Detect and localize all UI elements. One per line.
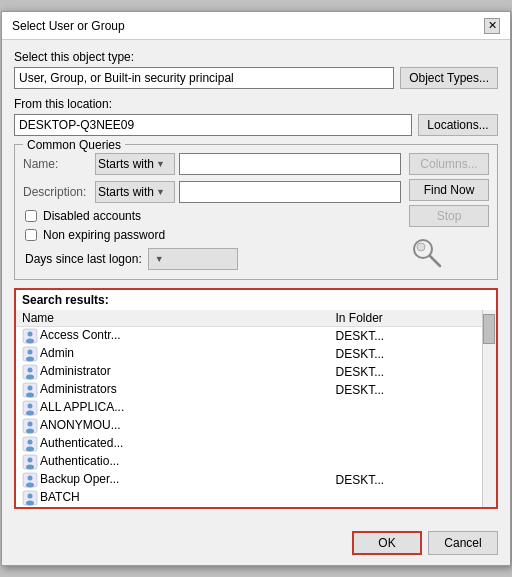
find-now-button[interactable]: Find Now — [409, 179, 489, 201]
bottom-buttons: OK Cancel — [2, 525, 510, 565]
row-name: Access Contr... — [16, 327, 330, 346]
svg-point-32 — [26, 501, 34, 506]
days-row: Days since last logon: ▼ — [25, 248, 401, 270]
cancel-button[interactable]: Cancel — [428, 531, 498, 555]
results-wrapper: Name In Folder Access Contr...DESKT... A… — [16, 310, 496, 507]
row-folder — [330, 399, 497, 417]
days-select[interactable]: ▼ — [148, 248, 238, 270]
svg-point-5 — [26, 339, 34, 344]
common-queries-legend: Common Queries — [23, 138, 125, 152]
name-filter-select[interactable]: Starts with ▼ — [95, 153, 175, 175]
row-name-text: Administrator — [40, 364, 111, 378]
svg-point-13 — [28, 386, 33, 391]
row-folder: DESKT... — [330, 471, 497, 489]
close-button[interactable]: ✕ — [484, 18, 500, 34]
user-icon — [22, 364, 40, 378]
user-icon — [22, 418, 40, 432]
results-header: Search results: — [16, 290, 496, 310]
svg-point-26 — [26, 465, 34, 470]
table-row[interactable]: AdministratorDESKT... — [16, 363, 496, 381]
user-icon — [22, 328, 40, 342]
desc-filter-select[interactable]: Starts with ▼ — [95, 181, 175, 203]
table-row[interactable]: Access Contr...DESKT... — [16, 327, 496, 346]
svg-point-14 — [26, 393, 34, 398]
common-queries-content: Name: Starts with ▼ Description: Starts — [15, 153, 497, 279]
dialog-body: Select this object type: Object Types...… — [2, 40, 510, 525]
svg-point-31 — [28, 494, 33, 499]
user-icon — [22, 472, 40, 486]
row-name: Admin — [16, 345, 330, 363]
svg-point-11 — [26, 375, 34, 380]
svg-point-2 — [417, 243, 425, 251]
table-row[interactable]: BATCH — [16, 489, 496, 507]
ok-button[interactable]: OK — [352, 531, 422, 555]
table-row[interactable]: AdministratorsDESKT... — [16, 381, 496, 399]
row-name: Administrators — [16, 381, 330, 399]
dialog-title: Select User or Group — [12, 19, 125, 33]
row-name-text: BATCH — [40, 490, 80, 504]
right-button-panel: Columns... Find Now Stop — [409, 153, 489, 271]
svg-point-25 — [28, 458, 33, 463]
object-type-row: Object Types... — [14, 67, 498, 89]
location-input[interactable] — [14, 114, 412, 136]
desc-filter-value: Starts with — [98, 185, 154, 199]
disabled-label: Disabled accounts — [43, 209, 141, 223]
col-name-header: Name — [16, 310, 330, 327]
table-row[interactable]: Authenticatio... — [16, 453, 496, 471]
svg-point-10 — [28, 368, 33, 373]
nonexpiring-checkbox[interactable] — [25, 229, 37, 241]
user-icon — [22, 490, 40, 504]
object-type-input[interactable] — [14, 67, 394, 89]
user-icon — [22, 436, 40, 450]
row-name-text: Access Contr... — [40, 328, 121, 342]
row-name-text: Backup Oper... — [40, 472, 119, 486]
row-name-text: ALL APPLICA... — [40, 400, 124, 414]
disabled-row: Disabled accounts — [25, 209, 401, 223]
columns-button[interactable]: Columns... — [409, 153, 489, 175]
stop-button[interactable]: Stop — [409, 205, 489, 227]
user-icon — [22, 382, 40, 396]
table-row[interactable]: ALL APPLICA... — [16, 399, 496, 417]
scrollbar-track[interactable] — [482, 310, 496, 507]
table-row[interactable]: ANONYMOU... — [16, 417, 496, 435]
table-row[interactable]: AdminDESKT... — [16, 345, 496, 363]
common-queries-group: Common Queries Name: Starts with ▼ — [14, 144, 498, 280]
svg-point-4 — [28, 332, 33, 337]
svg-point-28 — [28, 476, 33, 481]
svg-line-1 — [430, 256, 440, 266]
queries-left: Name: Starts with ▼ Description: Starts — [23, 153, 401, 271]
days-label: Days since last logon: — [25, 252, 142, 266]
queries-main: Name: Starts with ▼ Description: Starts — [23, 153, 489, 271]
row-folder — [330, 417, 497, 435]
scrollbar-thumb[interactable] — [483, 314, 495, 344]
user-icon — [22, 454, 40, 468]
name-filter-value: Starts with — [98, 157, 154, 171]
row-folder: DESKT... — [330, 345, 497, 363]
desc-query-row: Description: Starts with ▼ — [23, 181, 401, 203]
row-name: Administrator — [16, 363, 330, 381]
disabled-checkbox[interactable] — [25, 210, 37, 222]
table-row[interactable]: Backup Oper...DESKT... — [16, 471, 496, 489]
row-name: ALL APPLICA... — [16, 399, 330, 417]
svg-point-8 — [26, 357, 34, 362]
row-name-text: Admin — [40, 346, 74, 360]
results-section: Search results: Name In Folder Access Co… — [14, 288, 498, 509]
svg-point-19 — [28, 422, 33, 427]
row-folder: DESKT... — [330, 327, 497, 346]
object-types-button[interactable]: Object Types... — [400, 67, 498, 89]
svg-point-17 — [26, 411, 34, 416]
svg-point-29 — [26, 483, 34, 488]
name-query-input[interactable] — [179, 153, 401, 175]
svg-point-16 — [28, 404, 33, 409]
location-label: From this location: — [14, 97, 498, 111]
row-name: ANONYMOU... — [16, 417, 330, 435]
row-name: Backup Oper... — [16, 471, 330, 489]
row-name-text: ANONYMOU... — [40, 418, 121, 432]
desc-query-input[interactable] — [179, 181, 401, 203]
name-filter-arrow: ▼ — [156, 159, 165, 169]
svg-point-22 — [28, 440, 33, 445]
nonexpiring-row: Non expiring password — [25, 228, 401, 242]
col-folder-header: In Folder — [330, 310, 497, 327]
locations-button[interactable]: Locations... — [418, 114, 498, 136]
table-row[interactable]: Authenticated... — [16, 435, 496, 453]
